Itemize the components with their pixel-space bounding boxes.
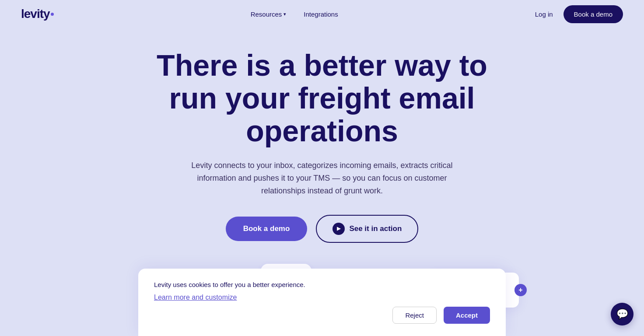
hero-subtitle: Levity connects to your inbox, categoriz…	[178, 159, 466, 197]
chat-icon: 💬	[616, 308, 628, 320]
accept-button[interactable]: Accept	[444, 307, 490, 324]
logo-text: levity	[21, 7, 50, 21]
hero-title-line1: There is a better way to	[157, 49, 487, 82]
nav-integrations[interactable]: Integrations	[304, 10, 338, 18]
resources-label: Resources	[251, 10, 282, 18]
logo[interactable]: levity	[21, 7, 54, 21]
cookie-message: Levity uses cookies to offer you a bette…	[154, 281, 490, 288]
see-action-label: See it in action	[349, 224, 402, 233]
reject-button[interactable]: Reject	[392, 307, 437, 324]
hero-actions: Book a demo ▶ See it in action	[226, 215, 419, 243]
cookie-banner: Levity uses cookies to offer you a bette…	[138, 269, 506, 336]
chat-bubble[interactable]: 💬	[611, 303, 634, 326]
cookie-actions: Reject Accept	[154, 307, 490, 324]
cookie-message-text: Levity uses cookies to offer you a bette…	[154, 281, 305, 288]
hero-section: There is a better way to run your freigh…	[0, 28, 644, 243]
extractor-plus-badge: +	[514, 284, 527, 296]
cookie-learn-more-link[interactable]: Learn more and customize	[154, 294, 237, 301]
hero-title: There is a better way to run your freigh…	[125, 49, 519, 147]
see-action-button[interactable]: ▶ See it in action	[316, 215, 418, 243]
logo-dot	[51, 13, 54, 16]
book-demo-nav-button[interactable]: Book a demo	[564, 5, 623, 23]
login-button[interactable]: Log in	[535, 10, 553, 18]
nav-actions: Log in Book a demo	[535, 5, 623, 23]
chevron-down-icon: ▾	[284, 11, 286, 17]
nav-links: Resources ▾ Integrations	[251, 10, 338, 18]
book-demo-hero-button[interactable]: Book a demo	[226, 217, 308, 241]
navbar: levity Resources ▾ Integrations Log in B…	[0, 0, 644, 28]
nav-resources[interactable]: Resources ▾	[251, 10, 287, 18]
hero-title-line2: run your freight email operations	[169, 81, 475, 147]
play-icon: ▶	[332, 223, 345, 235]
integrations-label: Integrations	[304, 10, 338, 18]
cookie-learn-more: Learn more and customize	[154, 294, 490, 301]
